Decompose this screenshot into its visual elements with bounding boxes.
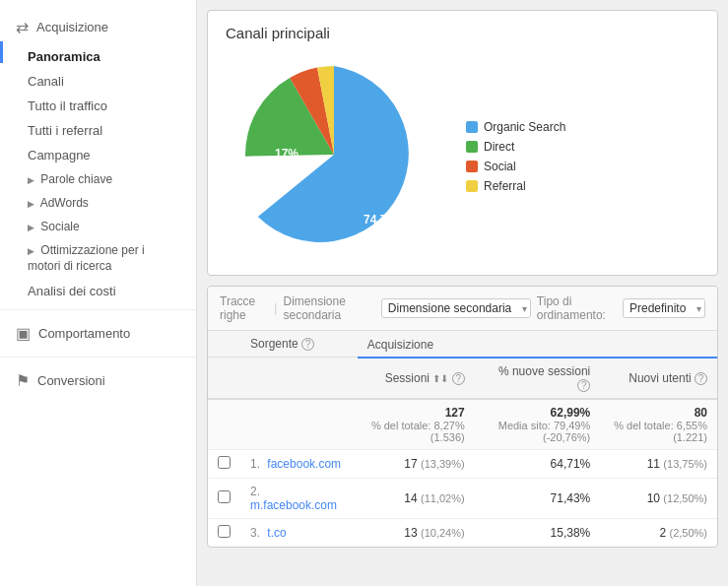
sidebar-item-adwords[interactable]: ▶ AdWords [0, 191, 196, 215]
th-perc-nuove[interactable]: % nuove sessioni ? [475, 358, 601, 399]
table-header-row: Sorgente ? Acquisizione [208, 331, 717, 358]
legend-item-referral: Referral [466, 179, 565, 193]
totals-nuovi-utenti-value: 80 [695, 406, 707, 420]
conversioni-icon: ⚑ [16, 371, 30, 390]
sidebar-item-tutto-traffico[interactable]: Tutto il traffico [0, 94, 196, 118]
row2-checkbox-input[interactable] [218, 490, 231, 503]
acquisizione-col-label: Acquisizione [367, 338, 433, 352]
row1-nuovi-pct: (13,75%) [663, 458, 707, 470]
predefinito-select[interactable]: Predefinito [623, 298, 705, 318]
panoramica-label: Panoramica [28, 49, 100, 64]
row3-checkbox[interactable] [208, 518, 240, 547]
row2-link[interactable]: m.facebook.com [250, 498, 337, 512]
active-indicator [0, 41, 3, 63]
row3-num: 3. [250, 526, 260, 540]
chart-legend: Organic Search Direct Social Referral [466, 120, 565, 193]
row3-sessioni: 13 (10,24%) [358, 518, 475, 547]
sidebar-section-conversioni[interactable]: ⚑ Conversioni [0, 363, 196, 398]
row3-nuovi-value: 2 [659, 526, 666, 540]
sidebar-section-comportamento[interactable]: ▣ Comportamento [0, 316, 196, 351]
comportamento-label: Comportamento [38, 326, 130, 341]
sorgente-help-icon[interactable]: ? [301, 338, 314, 351]
table-row: 2. m.facebook.com 14 (11,02%) 71,43% 10 … [208, 478, 717, 518]
totals-row: 127 % del totale: 8,27% (1.536) 62,99% M… [208, 399, 717, 450]
sociale-label: Sociale [40, 220, 79, 233]
conversioni-header[interactable]: ⚑ Conversioni [16, 371, 180, 390]
th-acquisizione: Acquisizione [358, 331, 717, 358]
totals-perc-nuove-value: 62,99% [551, 406, 591, 420]
row3-perc-nuove: 15,38% [475, 518, 601, 547]
table-row: 3. t.co 13 (10,24%) 15,38% 2 (2,50%) [208, 518, 717, 547]
acquisizione-header[interactable]: ⇄ Acquisizione [16, 18, 180, 36]
pie-chart-title: Canali principali [226, 25, 699, 41]
tutto-traffico-label: Tutto il traffico [28, 98, 107, 113]
totals-sorgente [240, 399, 358, 450]
table-row: 1. facebook.com 17 (13,39%) 64,71% 11 (1… [208, 449, 717, 478]
row1-nuovi-value: 11 [647, 457, 660, 471]
pie-chart-svg: 74.7% 17% [226, 51, 442, 258]
totals-sessioni-value: 127 [445, 406, 465, 420]
row3-checkbox-input[interactable] [218, 525, 231, 538]
campagne-label: Campagne [28, 148, 91, 163]
row1-checkbox[interactable] [208, 449, 240, 478]
row2-perc-nuove-value: 71,43% [551, 491, 591, 505]
nuovi-utenti-help-icon[interactable]: ? [695, 372, 707, 385]
acquisizione-icon: ⇄ [16, 18, 29, 36]
totals-nuovi-utenti-sub: % del totale: 6,55% (1.221) [610, 420, 707, 443]
legend-label-referral: Referral [484, 179, 526, 193]
th-sessioni[interactable]: Sessioni ⬆⬇ ? [358, 358, 475, 399]
th-sorgente2 [240, 358, 358, 399]
expand-arrow-sociale: ▶ [28, 223, 34, 232]
sidebar-divider-2 [0, 357, 196, 358]
legend-item-direct: Direct [466, 140, 565, 154]
sidebar-section-acquisizione[interactable]: ⇄ Acquisizione [0, 10, 196, 44]
th-sorgente[interactable]: Sorgente ? [240, 331, 358, 358]
sidebar-divider-1 [0, 309, 196, 310]
dimensione-select[interactable]: Dimensione secondaria [381, 298, 531, 318]
sort-icon-sessioni[interactable]: ⬆⬇ [432, 373, 448, 384]
row3-perc-nuove-value: 15,38% [551, 526, 591, 540]
dimensione-select-wrapper[interactable]: Dimensione secondaria [381, 298, 531, 318]
sidebar-item-campagne[interactable]: Campagne [0, 143, 196, 167]
perc-nuove-help-icon[interactable]: ? [577, 379, 590, 392]
row1-perc-nuove: 64,71% [475, 449, 601, 478]
expand-arrow-adwords: ▶ [28, 199, 34, 209]
row1-link[interactable]: facebook.com [267, 457, 341, 471]
sessioni-help-icon[interactable]: ? [452, 372, 465, 385]
row1-nuovi-utenti: 11 (13,75%) [600, 449, 717, 478]
data-table: Sorgente ? Acquisizione Sessioni ⬆⬇ ? [208, 331, 717, 547]
legend-label-social: Social [484, 160, 516, 173]
predefinito-select-wrapper[interactable]: Predefinito [623, 298, 705, 318]
sidebar-item-sociale[interactable]: ▶ Sociale [0, 215, 196, 238]
row1-sessioni-pct: (13,39%) [421, 458, 465, 470]
tipo-label: Tipo di ordinamento: [537, 294, 617, 322]
row2-nuovi-utenti: 10 (12,50%) [600, 478, 717, 518]
pie-svg-container: 74.7% 17% [226, 51, 442, 261]
row3-link[interactable]: t.co [267, 526, 286, 540]
chart-area: 74.7% 17% Organic Search Direct Social [226, 51, 699, 261]
toolbar-separator-1: | [274, 301, 277, 315]
table-toolbar: Tracce righe | Dimensione secondaria Dim… [208, 287, 717, 331]
row2-checkbox[interactable] [208, 478, 240, 518]
row2-sessioni-pct: (11,02%) [421, 492, 465, 504]
sidebar: ⇄ Acquisizione Panoramica Canali Tutto i… [0, 0, 197, 586]
main-content: Canali principali [197, 0, 728, 586]
row1-checkbox-input[interactable] [218, 456, 231, 469]
sidebar-item-analisi-costi[interactable]: Analisi dei costi [0, 279, 196, 303]
legend-color-referral [466, 180, 478, 192]
perc-nuove-label: % nuove sessioni [498, 364, 590, 378]
comportamento-header[interactable]: ▣ Comportamento [16, 324, 180, 343]
th-nuovi-utenti[interactable]: Nuovi utenti ? [600, 358, 717, 399]
ottimizzazione-label: Ottimizzazione per i motori di ricerca [28, 243, 145, 273]
expand-arrow-ottimizzazione: ▶ [28, 246, 34, 256]
row2-num: 2. [250, 485, 260, 498]
sidebar-item-tutti-referral[interactable]: Tutti i referral [0, 118, 196, 143]
dimensione-label: Dimensione secondaria [283, 294, 374, 322]
legend-item-organic: Organic Search [466, 120, 565, 134]
sidebar-item-parole-chiave[interactable]: ▶ Parole chiave [0, 167, 196, 191]
sidebar-item-canali[interactable]: Canali [0, 69, 196, 94]
row2-nuovi-pct: (12,50%) [663, 492, 707, 504]
sidebar-item-ottimizzazione[interactable]: ▶ Ottimizzazione per i motori di ricerca [0, 238, 196, 279]
sidebar-item-panoramica[interactable]: Panoramica [0, 44, 196, 69]
th-cb2 [208, 358, 240, 399]
